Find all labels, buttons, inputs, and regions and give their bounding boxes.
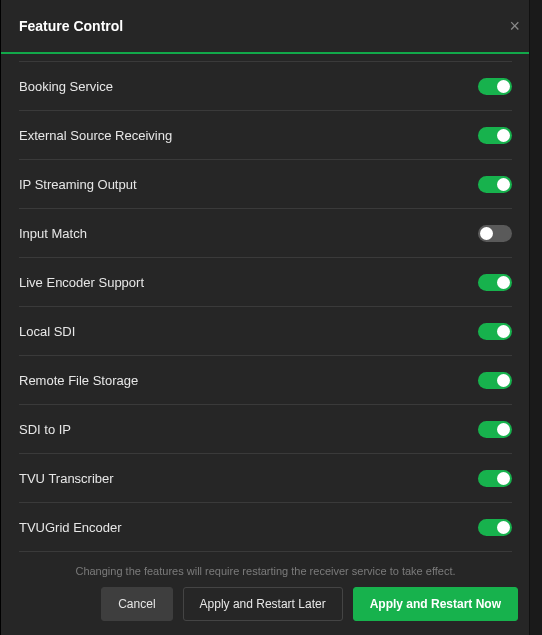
modal-footer: Changing the features will require resta… bbox=[1, 561, 530, 635]
feature-label: Local SDI bbox=[19, 324, 75, 339]
feature-control-modal: Feature Control × Booking ServiceExterna… bbox=[0, 0, 542, 635]
toggle-tvugrid-encoder[interactable] bbox=[478, 519, 512, 536]
close-icon[interactable]: × bbox=[509, 17, 520, 35]
footer-buttons: Cancel Apply and Restart Later Apply and… bbox=[13, 587, 518, 621]
modal-body: Booking ServiceExternal Source Receiving… bbox=[1, 54, 530, 561]
feature-list: Booking ServiceExternal Source Receiving… bbox=[19, 54, 512, 552]
toggle-knob bbox=[497, 178, 510, 191]
toggle-remote-file-storage[interactable] bbox=[478, 372, 512, 389]
cancel-button[interactable]: Cancel bbox=[101, 587, 172, 621]
feature-label: SDI to IP bbox=[19, 422, 71, 437]
toggle-input-match[interactable] bbox=[478, 225, 512, 242]
feature-row-remote-file-storage: Remote File Storage bbox=[19, 356, 512, 405]
toggle-external-source-receiving[interactable] bbox=[478, 127, 512, 144]
toggle-knob bbox=[497, 521, 510, 534]
modal-header: Feature Control × bbox=[1, 0, 542, 54]
feature-label: Remote File Storage bbox=[19, 373, 138, 388]
toggle-knob bbox=[497, 472, 510, 485]
toggle-live-encoder-support[interactable] bbox=[478, 274, 512, 291]
toggle-tvu-transcriber[interactable] bbox=[478, 470, 512, 487]
feature-row-external-source-receiving: External Source Receiving bbox=[19, 111, 512, 160]
feature-label: TVUGrid Encoder bbox=[19, 520, 122, 535]
feature-row-tvugrid-encoder: TVUGrid Encoder bbox=[19, 503, 512, 552]
feature-row-tvu-transcriber: TVU Transcriber bbox=[19, 454, 512, 503]
feature-row-local-sdi: Local SDI bbox=[19, 307, 512, 356]
toggle-ip-streaming-output[interactable] bbox=[478, 176, 512, 193]
feature-label: IP Streaming Output bbox=[19, 177, 137, 192]
apply-restart-later-button[interactable]: Apply and Restart Later bbox=[183, 587, 343, 621]
toggle-knob bbox=[497, 80, 510, 93]
toggle-knob bbox=[497, 276, 510, 289]
footer-note: Changing the features will require resta… bbox=[13, 565, 518, 577]
feature-label: Input Match bbox=[19, 226, 87, 241]
apply-restart-now-button[interactable]: Apply and Restart Now bbox=[353, 587, 518, 621]
toggle-sdi-to-ip[interactable] bbox=[478, 421, 512, 438]
feature-label: TVU Transcriber bbox=[19, 471, 114, 486]
feature-row-input-match: Input Match bbox=[19, 209, 512, 258]
toggle-knob bbox=[497, 325, 510, 338]
feature-label: Live Encoder Support bbox=[19, 275, 144, 290]
modal-title: Feature Control bbox=[19, 18, 123, 34]
list-top-divider bbox=[19, 54, 512, 62]
feature-row-ip-streaming-output: IP Streaming Output bbox=[19, 160, 512, 209]
feature-row-sdi-to-ip: SDI to IP bbox=[19, 405, 512, 454]
feature-label: Booking Service bbox=[19, 79, 113, 94]
toggle-local-sdi[interactable] bbox=[478, 323, 512, 340]
toggle-booking-service[interactable] bbox=[478, 78, 512, 95]
scrollbar-thumb[interactable] bbox=[532, 110, 540, 420]
feature-row-booking-service: Booking Service bbox=[19, 62, 512, 111]
toggle-knob bbox=[480, 227, 493, 240]
toggle-knob bbox=[497, 423, 510, 436]
feature-label: External Source Receiving bbox=[19, 128, 172, 143]
toggle-knob bbox=[497, 129, 510, 142]
feature-row-live-encoder-support: Live Encoder Support bbox=[19, 258, 512, 307]
toggle-knob bbox=[497, 374, 510, 387]
